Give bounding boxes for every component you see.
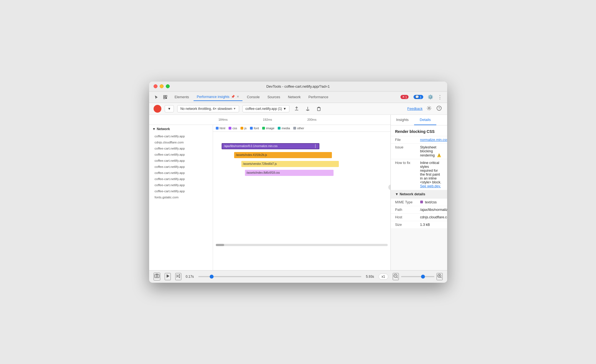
issue-label: Issue (395, 145, 420, 157)
tab-close-button[interactable]: ✕ (237, 95, 239, 98)
tab-performance[interactable]: Performance (305, 93, 332, 101)
inspect-button[interactable] (161, 93, 169, 101)
errors-badge: ✕ 1 (400, 95, 409, 99)
zoom-in-icon (437, 274, 442, 279)
screenshot-button[interactable] (154, 273, 160, 280)
timeline-ruler: 184ms 192ms 200ms (213, 115, 390, 125)
network-header[interactable]: ▼ Network (149, 125, 213, 133)
zoom-in-button[interactable] (437, 273, 443, 280)
network-details-header[interactable]: ▼ Network details (391, 190, 447, 198)
network-item-4[interactable]: coffee-cart.netlify.app (149, 158, 213, 164)
more-options-button[interactable]: ⋮ (436, 93, 444, 101)
network-item-10[interactable]: fonts.gstatic.com (149, 194, 213, 200)
time-start-label: 0.17s (186, 275, 194, 279)
network-collapse-icon: ▼ (152, 127, 156, 131)
timeline-header: 184ms 192ms 200ms (149, 115, 390, 125)
url-arrow-icon: ▼ (283, 107, 286, 111)
size-value: 1.3 kB (420, 223, 443, 227)
playback-thumb[interactable] (210, 275, 214, 279)
help-icon: ? (437, 106, 442, 111)
messages-button[interactable]: 💬 1 (412, 94, 425, 100)
settings-icon (427, 106, 432, 111)
record-dropdown-button[interactable]: ▼ (165, 105, 174, 112)
network-item-9[interactable]: coffee-cart.netlify.app (149, 188, 213, 194)
cursor-tool-button[interactable] (152, 93, 160, 101)
network-item-8[interactable]: coffee-cart.netlify.app (149, 182, 213, 188)
timeline-row-1: /ajax/libs/normalize/8.0.1/normalize.min… (213, 142, 390, 151)
bar-index-css[interactable]: /assets/index.8d6c6f18.css (245, 170, 334, 176)
bar-normalize-css[interactable]: /ajax/libs/normalize/8.0.1/normalize.min… (222, 143, 319, 149)
network-item-1[interactable]: cdnjs.cloudflare.com (149, 139, 213, 145)
settings-2-button[interactable] (425, 105, 433, 113)
play-button[interactable] (165, 273, 171, 280)
url-selector-button[interactable]: coffee-cart.netlify.app (1) ▼ (242, 105, 290, 112)
expand-button[interactable]: › (388, 184, 390, 190)
warning-icon: ⚠️ (437, 153, 441, 157)
tick-192ms: 192ms (263, 118, 272, 121)
record-button[interactable] (154, 105, 161, 113)
minimize-button[interactable] (160, 84, 164, 88)
main-content: 184ms 192ms 200ms ▼ Network coffee-cart.… (149, 115, 447, 270)
close-button[interactable] (154, 84, 157, 88)
host-row: Host cdnjs.cloudflare.com (391, 213, 447, 221)
tabs-container: Elements Performance insights 📌 ✕ Consol… (171, 93, 397, 101)
tab-performance-insights[interactable]: Performance insights 📌 ✕ (194, 93, 242, 101)
svg-rect-1 (166, 95, 167, 97)
tab-network[interactable]: Network (285, 93, 304, 101)
network-item-2[interactable]: coffee-cart.netlify.app (149, 145, 213, 151)
network-item-0[interactable]: coffee-cart.netlify.app (149, 133, 213, 139)
legend-dot-css (229, 127, 231, 130)
bottom-bar: 0.17s 5.93s x1 (149, 270, 447, 283)
scrollbar-thumb[interactable] (216, 244, 224, 246)
throttle-selector[interactable]: No network throttling, 4× slowdown ▼ (177, 105, 239, 112)
maximize-button[interactable] (166, 84, 170, 88)
zoom-thumb[interactable] (421, 275, 425, 279)
network-item-6[interactable]: coffee-cart.netlify.app (149, 170, 213, 176)
upload-button[interactable] (293, 105, 300, 113)
path-row: Path /ajax/libs/normalize/8.0.1/normaliz… (391, 206, 447, 213)
timeline-playback-slider[interactable] (198, 276, 362, 277)
zoom-slider[interactable] (401, 276, 434, 277)
network-item-7[interactable]: coffee-cart.netlify.app (149, 176, 213, 182)
tab-details[interactable]: Details (414, 115, 436, 125)
skip-to-start-button[interactable] (175, 273, 181, 280)
download-button[interactable] (304, 105, 312, 113)
timeline-row-0 (213, 133, 390, 142)
bar-index-js[interactable]: /assets/index.41f18c2b.js (234, 152, 332, 158)
speed-button[interactable]: x1 (379, 274, 388, 280)
mime-dot (420, 201, 423, 203)
help-button[interactable]: ? (435, 105, 443, 113)
delete-button[interactable] (315, 105, 323, 113)
toolbar-right: ✕ 1 💬 1 ⚙️ ⋮ (399, 93, 444, 101)
network-list: ▼ Network coffee-cart.netlify.app cdnjs.… (149, 125, 213, 270)
network-item-3[interactable]: coffee-cart.netlify.app (149, 151, 213, 158)
feedback-link[interactable]: Feedback (407, 107, 423, 111)
path-label: Path (395, 208, 420, 212)
errors-button[interactable]: ✕ 1 (399, 94, 410, 100)
settings-button[interactable]: ⚙️ (427, 93, 434, 101)
bar-vendor-js[interactable]: /assets/vendor.728ed0d7.js (241, 161, 339, 167)
tab-elements[interactable]: Elements (171, 93, 192, 101)
play-icon (165, 274, 170, 279)
legend-dot-media (278, 127, 281, 130)
legend-dot-js (241, 127, 243, 130)
svg-rect-4 (317, 108, 320, 111)
file-link[interactable]: normalize.min.css (420, 138, 447, 142)
legend-other: other (293, 127, 304, 130)
timeline-scrollbar[interactable] (216, 244, 388, 246)
screenshot-icon (154, 273, 160, 279)
tab-insights[interactable]: Insights (391, 115, 414, 125)
zoom-out-button[interactable] (393, 273, 399, 280)
network-details-section: MIME Type text/css Path /ajax/libs/norma… (391, 198, 447, 228)
legend-js: js (241, 127, 247, 130)
gear-icon: ⚙️ (428, 94, 433, 100)
tab-sources[interactable]: Sources (264, 93, 284, 101)
legend-media: media (278, 127, 290, 130)
network-item-5[interactable]: coffee-cart.netlify.app (149, 164, 213, 170)
messages-badge: 💬 1 (414, 95, 423, 99)
svg-rect-10 (156, 274, 158, 275)
tab-console[interactable]: Console (244, 93, 263, 101)
upload-icon (294, 106, 299, 111)
see-webdev-link[interactable]: See web.dev. (420, 184, 441, 188)
legend-dot-image (262, 127, 265, 130)
